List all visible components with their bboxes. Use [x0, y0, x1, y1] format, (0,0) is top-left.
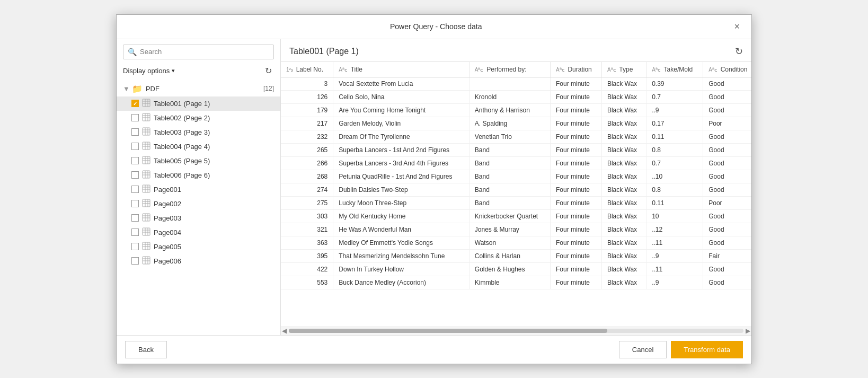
left-panel-refresh-button[interactable]: ↻	[263, 65, 274, 77]
main-area: 🔍 Display options ▾ ↻ ▼ 📁 PDF [12]	[117, 39, 751, 335]
tree-item-table005[interactable]: Table005 (Page 5)	[117, 154, 280, 168]
tree-item-table003[interactable]: Table003 (Page 3)	[117, 125, 280, 139]
table-refresh-button[interactable]: ↻	[735, 46, 743, 57]
tree-items-container: Table001 (Page 1) Table002 (Page 2) Tabl…	[117, 96, 280, 268]
col-header-0[interactable]: 1²₃ Label No.	[281, 62, 333, 77]
cell-15-6: Good	[703, 276, 751, 289]
cell-4-4: Black Wax	[601, 130, 646, 143]
tree-item-table004[interactable]: Table004 (Page 4)	[117, 139, 280, 154]
title-bar: Power Query - Choose data ×	[117, 15, 751, 39]
cell-3-0: 217	[281, 117, 333, 130]
cell-4-1: Dream Of The Tyrolienne	[333, 130, 470, 143]
cell-15-5: ..9	[646, 276, 703, 289]
tree-item-table001[interactable]: Table001 (Page 1)	[117, 96, 280, 111]
cell-0-2	[469, 77, 550, 90]
col-label-0: Label No.	[296, 66, 323, 73]
checkbox-table004[interactable]	[131, 143, 139, 150]
folder-pdf[interactable]: ▼ 📁 PDF [12]	[117, 81, 280, 96]
table-icon-page002	[142, 199, 150, 209]
cell-5-6: Good	[703, 143, 751, 156]
cell-7-3: Four minute	[550, 170, 601, 183]
left-panel: 🔍 Display options ▾ ↻ ▼ 📁 PDF [12]	[117, 39, 281, 335]
search-input[interactable]	[140, 48, 269, 56]
cell-10-3: Four minute	[550, 209, 601, 223]
checkbox-page003[interactable]	[131, 214, 139, 222]
cancel-button[interactable]: Cancel	[619, 341, 667, 358]
col-header-3[interactable]: Aᴮᴄ Duration	[550, 62, 601, 77]
table-title-row: Table001 (Page 1) ↻	[281, 39, 751, 61]
cell-14-4: Black Wax	[601, 262, 646, 276]
cell-13-3: Four minute	[550, 249, 601, 262]
checkbox-table006[interactable]	[131, 171, 139, 179]
svg-rect-55	[143, 257, 150, 264]
cell-9-2: Band	[469, 196, 550, 209]
cell-12-5: ..11	[646, 236, 703, 249]
table-icon-page006	[142, 256, 150, 266]
table-row: 3Vocal Sextette From LuciaFour minuteBla…	[281, 77, 751, 90]
tree-item-table006[interactable]: Table006 (Page 6)	[117, 168, 280, 182]
cell-12-0: 363	[281, 236, 333, 249]
tree-item-page002[interactable]: Page002	[117, 197, 280, 211]
cell-0-5: 0.39	[646, 77, 703, 90]
svg-rect-20	[143, 156, 150, 164]
col-label-4: Type	[619, 66, 633, 73]
checkbox-table005[interactable]	[131, 157, 139, 164]
data-table-wrapper[interactable]: 1²₃ Label No.Aᴮᴄ TitleAᴮᴄ Performed by:A…	[281, 61, 751, 327]
cell-11-4: Black Wax	[601, 223, 646, 236]
col-header-6[interactable]: Aᴮᴄ Condition	[703, 62, 751, 77]
cell-12-3: Four minute	[550, 236, 601, 249]
table-icon-table005	[142, 156, 150, 166]
cell-1-2: Kronold	[469, 90, 550, 103]
col-header-1[interactable]: Aᴮᴄ Title	[333, 62, 470, 77]
tree-item-table002[interactable]: Table002 (Page 2)	[117, 111, 280, 125]
checkbox-page004[interactable]	[131, 228, 139, 236]
cell-4-0: 232	[281, 130, 333, 143]
back-button[interactable]: Back	[125, 341, 167, 358]
cell-5-3: Four minute	[550, 143, 601, 156]
tree-item-page004[interactable]: Page004	[117, 225, 280, 240]
cell-9-0: 275	[281, 196, 333, 209]
cell-7-4: Black Wax	[601, 170, 646, 183]
col-header-5[interactable]: Aᴮᴄ Take/Mold	[646, 62, 703, 77]
checkbox-page005[interactable]	[131, 243, 139, 250]
checkbox-page001[interactable]	[131, 186, 139, 193]
close-button[interactable]: ×	[731, 20, 743, 33]
col-label-6: Condition	[721, 66, 748, 73]
tree-item-page001[interactable]: Page001	[117, 182, 280, 197]
checkbox-table002[interactable]	[131, 114, 139, 121]
table-row: 217Garden Melody, ViolinA. SpaldingFour …	[281, 117, 751, 130]
cell-4-6: Good	[703, 130, 751, 143]
display-options-button[interactable]: Display options ▾	[123, 67, 175, 75]
tree-item-page003[interactable]: Page003	[117, 211, 280, 225]
item-label-table006: Table006 (Page 6)	[154, 171, 210, 179]
item-label-page002: Page002	[154, 200, 181, 208]
tree-item-page005[interactable]: Page005	[117, 240, 280, 254]
cell-11-6: Good	[703, 223, 751, 236]
cell-10-6: Good	[703, 209, 751, 223]
col-header-4[interactable]: Aᴮᴄ Type	[601, 62, 646, 77]
cell-1-1: Cello Solo, Nina	[333, 90, 470, 103]
cell-15-3: Four minute	[550, 276, 601, 289]
table-row: 553Buck Dance Medley (Accorion)KimmbleFo…	[281, 276, 751, 289]
transform-data-button[interactable]: Transform data	[671, 341, 743, 358]
checkbox-page006[interactable]	[131, 257, 139, 265]
table-row: 395That Mesmerizing Mendelssohn TuneColl…	[281, 249, 751, 262]
tree-item-page006[interactable]: Page006	[117, 254, 280, 268]
checkbox-table003[interactable]	[131, 128, 139, 136]
right-buttons: Cancel Transform data	[619, 341, 743, 358]
checkbox-page002[interactable]	[131, 200, 139, 207]
item-label-table004: Table004 (Page 4)	[154, 143, 210, 151]
checkbox-table001[interactable]	[131, 100, 139, 107]
cell-13-4: Black Wax	[601, 249, 646, 262]
scroll-left-icon[interactable]: ◀	[282, 327, 287, 335]
col-header-2[interactable]: Aᴮᴄ Performed by:	[469, 62, 550, 77]
svg-rect-40	[143, 214, 150, 221]
cell-13-0: 395	[281, 249, 333, 262]
horizontal-scrollbar[interactable]: ◀ ▶	[281, 327, 751, 335]
scroll-right-icon[interactable]: ▶	[746, 327, 750, 335]
cell-0-0: 3	[281, 77, 333, 90]
table-row: 363Medley Of Emmett's Yodle SongsWatsonF…	[281, 236, 751, 249]
cell-8-4: Black Wax	[601, 183, 646, 196]
bottom-bar: Back Cancel Transform data	[117, 335, 751, 364]
cell-3-6: Poor	[703, 117, 751, 130]
